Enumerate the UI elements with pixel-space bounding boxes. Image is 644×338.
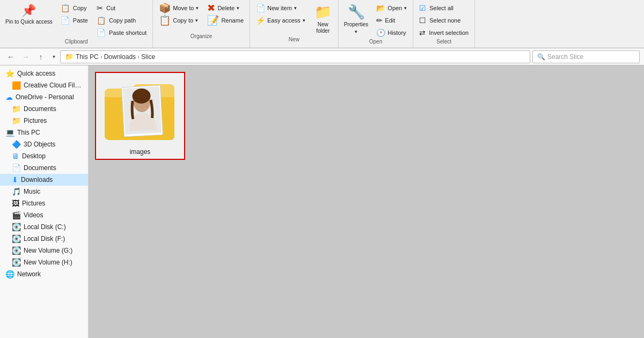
move-to-button[interactable]: 📦 Move to▾ — [155, 2, 202, 14]
new-volume-g-icon: 💽 — [12, 246, 21, 255]
local-disk-c-icon: 💽 — [12, 223, 21, 231]
videos-icon: 🎬 — [12, 211, 21, 219]
select-none-button[interactable]: ☐ Select none — [415, 14, 472, 26]
ribbon-group-clipboard-label: Clipboard — [2, 39, 150, 45]
ribbon-group-open-label: Open — [341, 39, 411, 45]
ribbon-group-open: 🔧 Properties ▾ 📂 Open▾ ✏ Edit 🕐 History — [339, 0, 414, 48]
desktop-icon: 🖥 — [12, 152, 19, 160]
up-button[interactable]: ↑ — [34, 50, 47, 63]
folder-icon-wrapper — [100, 76, 180, 146]
forward-button[interactable]: → — [19, 50, 32, 63]
new-folder-button[interactable]: 📁 Newfolder — [310, 1, 336, 35]
3d-objects-icon: 🔷 — [12, 140, 21, 149]
properties-button[interactable]: 🔧 Properties ▾ — [341, 1, 372, 35]
sidebar-item-music[interactable]: 🎵 Music — [0, 186, 88, 197]
sidebar: ⭐ Quick access 🟧 Creative Cloud Files [ … — [0, 65, 89, 338]
network-icon: 🌐 — [5, 270, 14, 278]
downloads-icon: ⬇ — [12, 175, 18, 184]
sidebar-item-downloads[interactable]: ⬇ Downloads — [0, 174, 88, 186]
sidebar-item-this-pc[interactable]: 💻 This PC — [0, 127, 88, 138]
folder-svg — [100, 77, 180, 145]
creative-cloud-icon: 🟧 — [12, 81, 21, 90]
back-button[interactable]: ← — [4, 50, 17, 63]
pictures-pc-icon: 🖼 — [12, 199, 19, 208]
folder-icon-pictures-od: 📁 — [12, 116, 21, 125]
paste-shortcut-button[interactable]: 📄 Paste shortcut — [93, 27, 150, 39]
breadcrumb-downloads: Downloads — [104, 53, 136, 61]
copy-button[interactable]: 📋 Copy — [57, 2, 92, 14]
new-volume-h-icon: 💽 — [12, 258, 21, 267]
this-pc-icon: 💻 — [5, 128, 14, 137]
ribbon-group-organize-label: Organize — [155, 33, 247, 39]
folder-label: images — [130, 148, 151, 156]
sidebar-item-quick-access[interactable]: ⭐ Quick access — [0, 68, 88, 79]
sidebar-item-videos[interactable]: 🎬 Videos — [0, 209, 88, 221]
breadcrumb-folder-icon: 📁 — [65, 53, 74, 61]
pin-quick-access-button[interactable]: 📌 Pin to Quick access — [2, 1, 56, 35]
sidebar-item-creative-cloud[interactable]: 🟧 Creative Cloud Files [ — [0, 79, 88, 91]
content-area: images — [89, 65, 644, 338]
quick-access-icon: ⭐ — [5, 69, 14, 78]
folder-icon-documents-od: 📁 — [12, 105, 21, 113]
onedrive-icon: ☁ — [5, 93, 13, 101]
sidebar-item-new-volume-h[interactable]: 💽 New Volume (H:) — [0, 256, 88, 268]
images-folder-item[interactable]: images — [95, 72, 185, 160]
open-button[interactable]: 📂 Open▾ — [372, 2, 411, 14]
sidebar-item-pictures-od[interactable]: 📁 Pictures — [0, 115, 88, 127]
sidebar-item-onedrive[interactable]: ☁ OneDrive - Personal — [0, 91, 88, 103]
sidebar-item-network[interactable]: 🌐 Network — [0, 268, 88, 280]
new-item-button[interactable]: 📄 New item▾ — [252, 2, 309, 14]
paste-button[interactable]: 📄 Paste — [57, 14, 92, 26]
sidebar-item-desktop[interactable]: 🖥 Desktop — [0, 150, 88, 162]
easy-access-button[interactable]: ⚡ Easy access▾ — [252, 14, 309, 26]
sidebar-item-pictures-pc[interactable]: 🖼 Pictures — [0, 197, 88, 209]
local-disk-f-icon: 💽 — [12, 234, 21, 243]
documents-pc-icon: 📄 — [12, 164, 21, 172]
sidebar-item-local-disk-f[interactable]: 💽 Local Disk (F:) — [0, 233, 88, 245]
delete-button[interactable]: ✖ Delete▾ — [203, 2, 247, 14]
ribbon-group-select: ☑ Select all ☐ Select none ⇄ Invert sele… — [413, 0, 475, 48]
ribbon-group-select-label: Select — [415, 39, 472, 45]
breadcrumb-this-pc: This PC — [76, 53, 99, 61]
ribbon-group-clipboard: 📌 Pin to Quick access 📋 Copy 📄 Paste ✂ C… — [0, 0, 153, 48]
rename-button[interactable]: 📝 Rename — [203, 14, 247, 26]
sidebar-item-3d-objects[interactable]: 🔷 3D Objects — [0, 138, 88, 150]
invert-selection-button[interactable]: ⇄ Invert selection — [415, 27, 472, 39]
address-bar: ← → ↑ ▾ 📁 This PC › Downloads › Slice 🔍 … — [0, 48, 644, 65]
history-button[interactable]: 🕐 History — [372, 27, 411, 39]
sidebar-item-local-disk-c[interactable]: 💽 Local Disk (C:) — [0, 221, 88, 233]
address-path[interactable]: 📁 This PC › Downloads › Slice — [60, 50, 530, 63]
ribbon-group-new: 📄 New item▾ ⚡ Easy access▾ 📁 Newfolder N… — [250, 0, 339, 48]
ribbon-group-new-label: New — [252, 36, 336, 42]
copy-path-button[interactable]: 📋 Copy path — [93, 14, 150, 26]
select-all-button[interactable]: ☑ Select all — [415, 2, 472, 14]
sidebar-item-new-volume-g[interactable]: 💽 New Volume (G:) — [0, 245, 88, 256]
main-area: ⭐ Quick access 🟧 Creative Cloud Files [ … — [0, 65, 644, 338]
copy-to-button[interactable]: 📋 Copy to▾ — [155, 14, 202, 26]
ribbon-group-organize: 📦 Move to▾ 📋 Copy to▾ ✖ Delete▾ 📝 Rename — [153, 0, 250, 48]
music-icon: 🎵 — [12, 187, 21, 196]
breadcrumb-slice: Slice — [141, 53, 155, 61]
search-box[interactable]: 🔍 Search Slice — [532, 50, 640, 63]
cut-button[interactable]: ✂ Cut — [93, 2, 150, 14]
ribbon: 📌 Pin to Quick access 📋 Copy 📄 Paste ✂ C… — [0, 0, 644, 48]
edit-button[interactable]: ✏ Edit — [372, 14, 411, 26]
sidebar-item-documents-od[interactable]: 📁 Documents — [0, 103, 88, 115]
sidebar-item-documents-pc[interactable]: 📄 Documents — [0, 162, 88, 174]
recent-locations-button[interactable]: ▾ — [49, 50, 58, 63]
